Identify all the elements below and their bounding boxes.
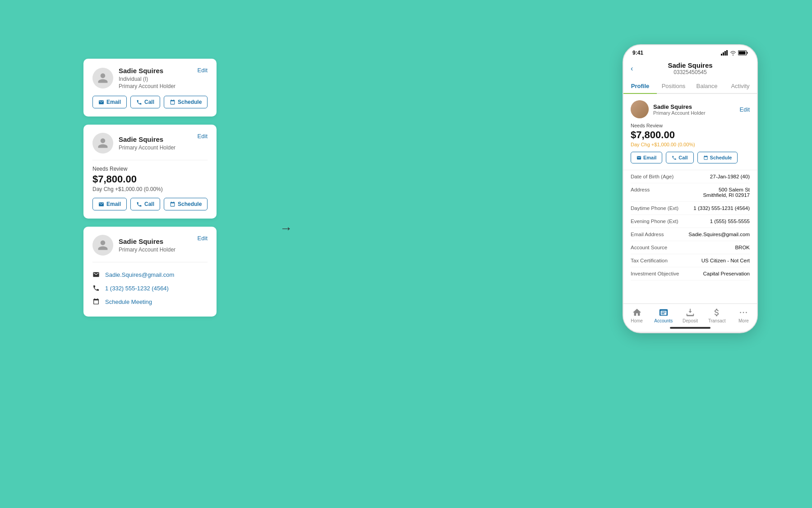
card-2-balance: $7,800.00 <box>92 173 208 185</box>
bottom-nav-deposit[interactable]: Deposit <box>677 308 703 323</box>
phone-home-indicator <box>623 325 757 331</box>
avatar-2 <box>92 133 113 154</box>
card-2: Sadie Squires Primary Account Holder Edi… <box>83 125 217 219</box>
card-2-schedule-button[interactable]: Schedule <box>164 198 208 210</box>
card-3: Sadie Squires Primary Account Holder Edi… <box>83 227 217 317</box>
card-3-schedule-link[interactable]: Schedule Meeting <box>105 298 152 305</box>
phone-nav-bar: ‹ Sadie Squires 03325450545 <box>623 58 757 79</box>
phone-bottom-nav: Home Accounts Deposit Transact More <box>623 303 757 325</box>
phone-profile-section: Sadie Squires Primary Account Holder Edi… <box>623 94 757 170</box>
phone-profile-name: Sadie Squires <box>653 103 706 110</box>
card-1: Sadie Squires Individual (I) Primary Acc… <box>83 59 217 117</box>
bottom-nav-transact[interactable]: Transact <box>704 308 730 323</box>
phone-avatar-image <box>631 100 649 118</box>
card-1-name: Sadie Squires <box>119 67 175 75</box>
detail-tax-cert-label: Tax Certification <box>631 258 688 263</box>
card-3-email-item: Sadie.Squires@gmail.com <box>92 268 208 281</box>
svg-rect-0 <box>721 54 722 56</box>
card-3-header-left: Sadie Squires Primary Account Holder <box>92 235 175 256</box>
detail-daytime-phone: Daytime Phone (Ext) 1 (332) 555-1231 (45… <box>631 202 750 215</box>
tab-balance[interactable]: Balance <box>690 79 724 93</box>
detail-account-source: Account Source BROK <box>631 241 750 254</box>
card-2-edit[interactable]: Edit <box>198 133 208 140</box>
phone-call-button[interactable]: Call <box>666 152 693 163</box>
phone-needs-review: Needs Review <box>631 123 750 128</box>
detail-tax-cert: Tax Certification US Citizen - Not Cert <box>631 254 750 267</box>
bottom-nav-accounts-label: Accounts <box>654 318 673 323</box>
card-1-call-button[interactable]: Call <box>130 96 160 108</box>
phone-schedule-label: Schedule <box>710 155 732 160</box>
detail-evening-phone: Evening Phone (Ext) 1 (555) 555-5555 <box>631 215 750 228</box>
wifi-icon <box>730 51 736 56</box>
bottom-nav-home-label: Home <box>631 318 643 323</box>
detail-address-value: 500 Salem StSmithfield, RI 02917 <box>688 187 750 198</box>
more-icon <box>738 308 748 317</box>
card-1-email-button[interactable]: Email <box>92 96 127 108</box>
tab-activity[interactable]: Activity <box>724 79 757 93</box>
tab-profile[interactable]: Profile <box>623 79 657 93</box>
accounts-icon <box>659 308 669 317</box>
battery-icon <box>738 50 748 56</box>
svg-point-9 <box>746 312 747 313</box>
detail-address-label: Address <box>631 187 688 192</box>
detail-evening-phone-value: 1 (555) 555-5555 <box>688 219 750 224</box>
detail-email-value: Sadie.Squires@gmail.com <box>688 232 750 237</box>
card-2-header: Sadie Squires Primary Account Holder Edi… <box>92 133 208 154</box>
card-2-subtitle1: Primary Account Holder <box>119 144 175 151</box>
phone-balance: $7,800.00 <box>631 129 750 141</box>
card-1-edit[interactable]: Edit <box>198 67 208 74</box>
phone-profile-info: Sadie Squires Primary Account Holder <box>653 103 706 116</box>
detail-investment-obj-label: Investment Objective <box>631 271 688 276</box>
avatar-3 <box>92 235 113 256</box>
card-2-email-button[interactable]: Email <box>92 198 127 210</box>
phone-profile-edit[interactable]: Edit <box>740 106 750 113</box>
card-1-schedule-button[interactable]: Schedule <box>164 96 208 108</box>
cards-container: Sadie Squires Individual (I) Primary Acc… <box>83 59 217 317</box>
bottom-nav-accounts[interactable]: Accounts <box>650 308 677 323</box>
phone-profile-left: Sadie Squires Primary Account Holder <box>631 100 706 118</box>
phone-mockup: 9:41 ‹ <box>623 44 758 333</box>
card-2-needs-review: Needs Review <box>92 166 208 172</box>
detail-investment-obj: Investment Objective Capital Preservatio… <box>631 267 750 280</box>
phone-back-button[interactable]: ‹ <box>631 65 633 73</box>
svg-rect-2 <box>724 51 726 56</box>
card-1-subtitle2: Primary Account Holder <box>119 83 175 89</box>
detail-email: Email Address Sadie.Squires@gmail.com <box>631 228 750 241</box>
phone-title-number: 03325450545 <box>668 69 712 75</box>
phone-tabs: Profile Positions Balance Activity <box>623 79 757 94</box>
card-3-info: Sadie Squires Primary Account Holder <box>119 238 175 253</box>
phone-day-chg: Day Chg +$1,000.00 (0.00%) <box>631 142 750 147</box>
card-1-subtitle1: Individual (I) <box>119 76 175 82</box>
detail-email-label: Email Address <box>631 232 688 237</box>
phone-email-button[interactable]: Email <box>631 152 662 163</box>
card-3-email-link[interactable]: Sadie.Squires@gmail.com <box>105 271 174 278</box>
status-time: 9:41 <box>632 50 643 56</box>
phone-schedule-button[interactable]: Schedule <box>697 152 738 163</box>
svg-rect-1 <box>723 52 724 56</box>
detail-address: Address 500 Salem StSmithfield, RI 02917 <box>631 183 750 202</box>
card-1-actions: Email Call Schedule <box>92 96 208 108</box>
bottom-nav-transact-label: Transact <box>708 318 726 323</box>
deposit-icon <box>685 308 695 317</box>
card-3-header: Sadie Squires Primary Account Holder Edi… <box>92 235 208 256</box>
detail-account-source-label: Account Source <box>631 245 688 250</box>
bottom-nav-more-label: More <box>738 318 749 323</box>
bottom-nav-home[interactable]: Home <box>623 308 650 323</box>
card-2-call-label: Call <box>144 201 154 207</box>
bottom-nav-more[interactable]: More <box>730 308 757 323</box>
card-3-edit[interactable]: Edit <box>198 235 208 242</box>
card-3-divider <box>92 262 208 262</box>
card-2-call-button[interactable]: Call <box>130 198 160 210</box>
phone-content: ‹ Sadie Squires 03325450545 Profile Posi… <box>623 58 757 331</box>
phone-title: Sadie Squires 03325450545 <box>668 61 712 75</box>
card-1-schedule-label: Schedule <box>178 99 202 105</box>
card-2-divider <box>92 160 208 160</box>
svg-point-7 <box>740 312 742 313</box>
status-icons <box>721 50 748 56</box>
card-1-header: Sadie Squires Individual (I) Primary Acc… <box>92 67 208 89</box>
detail-dob-value: 27-Jan-1982 (40) <box>688 174 750 179</box>
tab-positions[interactable]: Positions <box>657 79 690 93</box>
card-3-schedule-item: Schedule Meeting <box>92 295 208 308</box>
card-3-phone-link[interactable]: 1 (332) 555-1232 (4564) <box>105 285 169 292</box>
phone-action-btns: Email Call Schedule <box>631 152 750 163</box>
